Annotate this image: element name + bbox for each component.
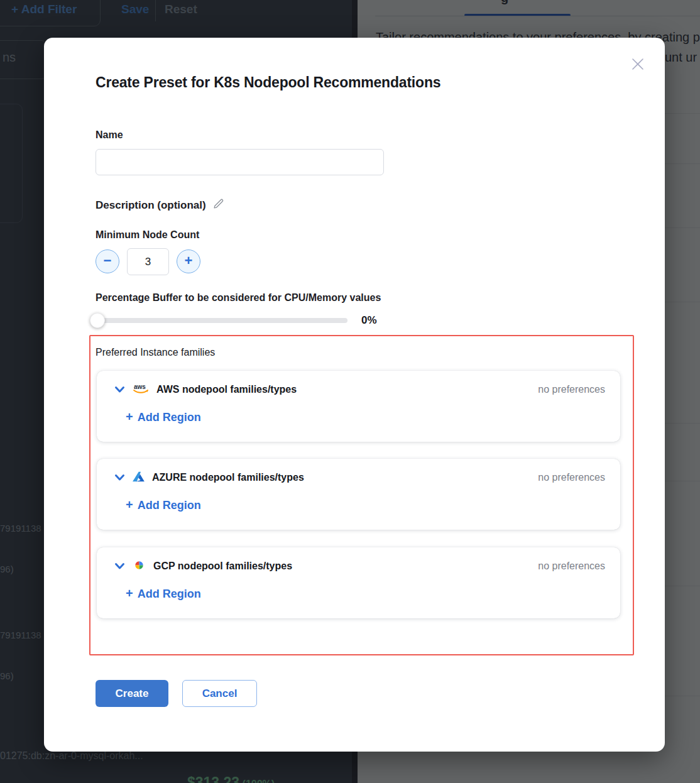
provider-card-aws: aws AWS nodepool families/types no prefe… — [97, 371, 620, 442]
edit-pencil-icon[interactable] — [212, 198, 224, 212]
buffer-slider-track[interactable] — [96, 318, 347, 323]
provider-row: AZURE nodepool families/types no prefere… — [114, 470, 605, 485]
chevron-down-icon[interactable] — [114, 385, 125, 394]
app-screen: + Add Filter Save Reset ns 79191138 96) … — [0, 0, 700, 783]
name-input[interactable] — [96, 149, 384, 175]
provider-row: GCP nodepool families/types no preferenc… — [114, 559, 605, 574]
plus-icon: + — [126, 586, 133, 601]
create-button[interactable]: Create — [96, 680, 168, 707]
azure-logo-icon — [132, 471, 145, 485]
preferred-families-label: Preferred Instance families — [96, 347, 215, 358]
add-region-button[interactable]: + Add Region — [126, 498, 201, 512]
svg-text:aws: aws — [134, 383, 146, 390]
description-row: Description (optional) — [96, 198, 224, 212]
provider-label: GCP nodepool families/types — [153, 561, 531, 572]
min-node-count-label: Minimum Node Count — [96, 229, 199, 241]
plus-icon: + — [126, 498, 133, 512]
buffer-slider-thumb[interactable] — [90, 313, 105, 328]
add-region-button[interactable]: + Add Region — [126, 586, 201, 601]
modal-title: Create Preset for K8s Nodepool Recommend… — [96, 74, 440, 91]
provider-row: aws AWS nodepool families/types no prefe… — [114, 382, 605, 397]
create-preset-modal: Create Preset for K8s Nodepool Recommend… — [44, 38, 665, 752]
provider-card-gcp: GCP nodepool families/types no preferenc… — [97, 547, 620, 618]
name-label: Name — [96, 129, 123, 141]
provider-status: no preferences — [538, 384, 605, 395]
close-icon[interactable] — [629, 55, 647, 73]
chevron-down-icon[interactable] — [114, 562, 125, 571]
add-region-button[interactable]: + Add Region — [126, 410, 201, 424]
buffer-value: 0% — [361, 314, 377, 327]
increment-button[interactable]: + — [177, 249, 200, 273]
plus-icon: + — [126, 410, 133, 424]
provider-label: AWS nodepool families/types — [156, 384, 531, 395]
provider-label: AZURE nodepool families/types — [152, 472, 531, 483]
decrement-button[interactable]: − — [96, 249, 119, 273]
node-count-input[interactable] — [127, 248, 169, 275]
provider-card-azure: AZURE nodepool families/types no prefere… — [97, 459, 620, 530]
description-label: Description (optional) — [96, 199, 206, 212]
cancel-button[interactable]: Cancel — [182, 680, 257, 707]
provider-status: no preferences — [538, 561, 605, 572]
buffer-label: Percentage Buffer to be considered for C… — [96, 292, 381, 304]
provider-status: no preferences — [538, 472, 605, 483]
aws-logo-icon: aws — [132, 383, 150, 397]
chevron-down-icon[interactable] — [114, 473, 125, 482]
gcp-logo-icon — [132, 559, 146, 574]
